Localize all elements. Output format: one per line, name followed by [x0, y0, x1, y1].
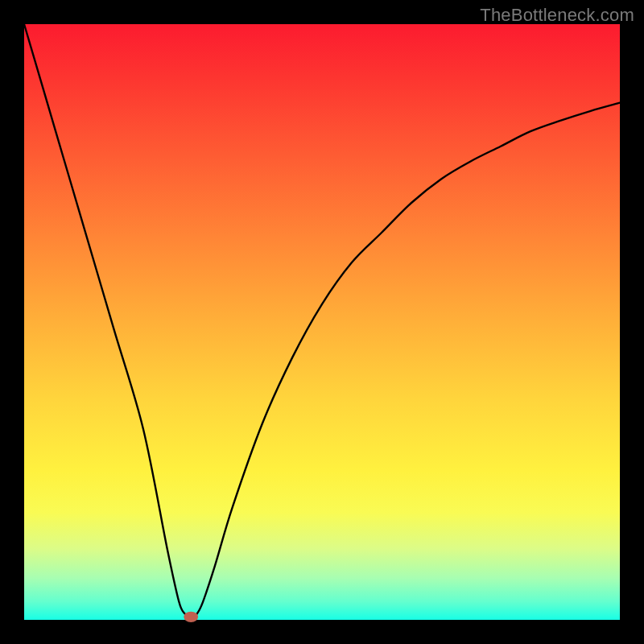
bottleneck-curve [24, 24, 620, 620]
minimum-marker [184, 612, 198, 622]
watermark-text: TheBottleneck.com [480, 5, 634, 26]
chart-frame: TheBottleneck.com [0, 0, 644, 644]
chart-svg [24, 24, 620, 620]
plot-area [24, 24, 620, 620]
